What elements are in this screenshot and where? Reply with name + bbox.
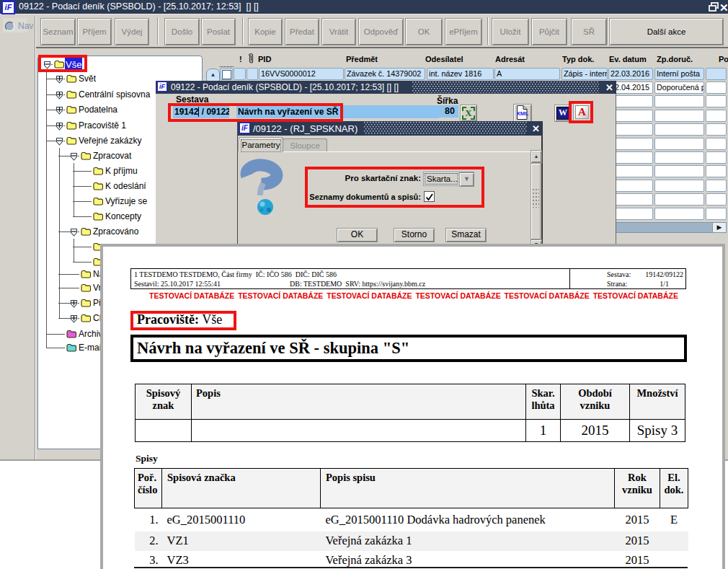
svg-text:XML: XML — [517, 110, 529, 117]
